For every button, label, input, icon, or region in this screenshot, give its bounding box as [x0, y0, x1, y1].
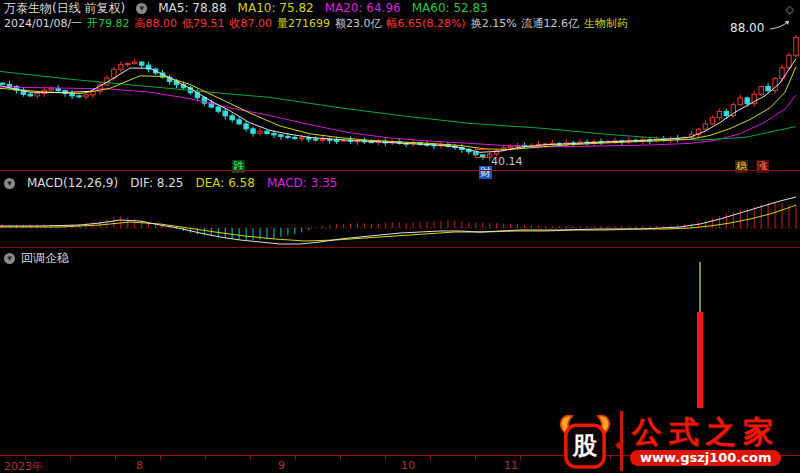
- timeline-tick: [520, 456, 521, 460]
- timeline-month-label: 2023年: [4, 459, 43, 473]
- watermark-logo: 股 ◆ 公式之家 www.gszj100.com: [556, 411, 781, 471]
- logo-site-name: 公式之家: [632, 416, 780, 448]
- low-price-label: 40.14: [491, 155, 523, 168]
- amount-value: 额23.0亿: [335, 16, 382, 31]
- collapse-main-icon[interactable]: ▾: [136, 3, 147, 14]
- timeline-tick: [340, 456, 341, 460]
- panel3-indicator-label[interactable]: 回调企稳: [21, 250, 69, 267]
- diamond-icon[interactable]: ◇: [786, 3, 794, 16]
- dea-value: DEA: 6.58: [195, 176, 254, 190]
- close-value: 收87.00: [230, 16, 273, 31]
- divider-main-macd: [0, 170, 800, 171]
- logo-diamond-icon: ◆: [615, 439, 623, 450]
- timeline-tick: [115, 456, 116, 460]
- ma5-value: MA5: 78.88: [158, 1, 226, 15]
- timeline-tick: [205, 456, 206, 460]
- marker-highlight-box: [475, 149, 490, 158]
- dif-value: DIF: 8.25: [130, 176, 183, 190]
- ma10-value: MA10: 75.82: [238, 1, 314, 15]
- timeline-month-label: 8: [136, 459, 143, 472]
- date-value: 2024/01/08/一: [4, 16, 82, 31]
- logo-site-url[interactable]: www.gszj100.com: [630, 450, 781, 466]
- low-value: 低79.51: [182, 16, 225, 31]
- timeline-month-label: 9: [278, 459, 285, 472]
- high-value: 高88.00: [135, 16, 178, 31]
- turnover-value: 换2.15%: [471, 16, 517, 31]
- macd-params-label[interactable]: MACD(12,26,9): [27, 176, 118, 190]
- timeline-tick: [475, 456, 476, 460]
- svg-text:股: 股: [572, 431, 598, 460]
- timeline-tick: [295, 456, 296, 460]
- marker-rise-badge: 涨: [756, 160, 769, 173]
- timeline-tick: [430, 456, 431, 460]
- ma60-value: MA60: 52.83: [412, 1, 488, 15]
- volume-value: 量271699: [277, 16, 330, 31]
- macd-value: MACD: 3.35: [267, 176, 338, 190]
- logo-divider: ◆: [620, 411, 623, 471]
- panel3-header: ▾ 回调企稳: [4, 250, 69, 267]
- last-high-price-label: 88.00: [730, 21, 764, 35]
- collapse-macd-icon[interactable]: ▾: [4, 178, 15, 189]
- header-row-2: 2024/01/08/一 开79.82 高88.00 低79.51 收87.00…: [4, 16, 628, 30]
- marker-fall-badge: 跌: [232, 160, 245, 173]
- timeline-month-label: 11: [504, 459, 518, 472]
- stock-app-window: 万泰生物(日线 前复权) ▾ MA5: 78.88 MA10: 75.82 MA…: [0, 0, 800, 473]
- timeline-month-label: 10: [401, 459, 415, 472]
- ma20-value: MA20: 64.96: [325, 1, 401, 15]
- signal-wick: [699, 262, 701, 312]
- timeline-tick: [385, 456, 386, 460]
- divider-macd-panel3: [0, 247, 800, 248]
- timeline-tick: [250, 456, 251, 460]
- bull-icon: 股: [556, 411, 614, 471]
- stock-title: 万泰生物(日线 前复权): [4, 0, 125, 17]
- float-cap-value: 流通12.6亿: [522, 16, 580, 31]
- marker-cai-badge: 财: [479, 166, 492, 179]
- timeline-tick: [70, 456, 71, 460]
- collapse-panel3-icon[interactable]: ▾: [4, 253, 15, 264]
- signal-bar: [697, 312, 703, 408]
- industry-label[interactable]: 生物制药: [584, 16, 628, 31]
- header-row-1: 万泰生物(日线 前复权) ▾ MA5: 78.88 MA10: 75.82 MA…: [4, 1, 488, 15]
- open-value: 开79.82: [87, 16, 130, 31]
- charts-canvas: [0, 0, 800, 473]
- marker-steady-badge: 稳: [735, 160, 748, 173]
- macd-header: ▾ MACD(12,26,9) DIF: 8.25 DEA: 6.58 MACD…: [4, 176, 337, 190]
- range-value: 幅6.65(8.28%): [387, 16, 466, 31]
- timeline-tick: [160, 456, 161, 460]
